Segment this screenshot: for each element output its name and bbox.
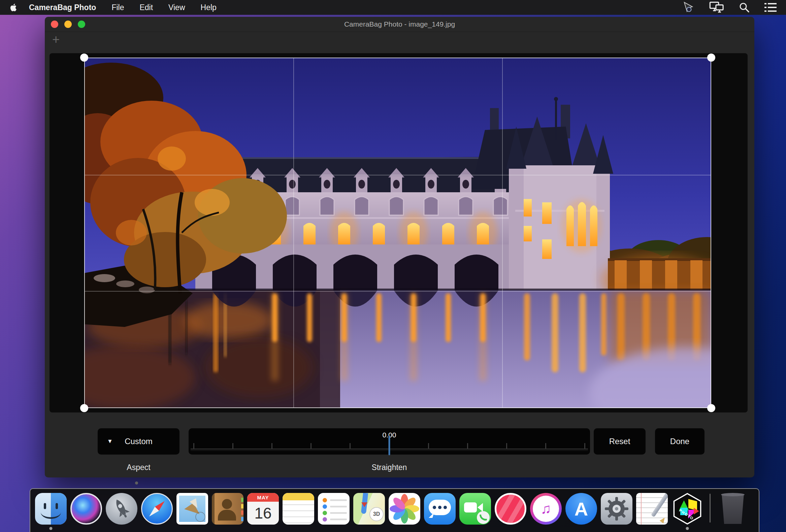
apple-menu-icon[interactable]: [10, 3, 18, 12]
panel-page-indicator-dot: [135, 482, 138, 485]
news-icon: [495, 493, 526, 525]
menu-file[interactable]: File: [112, 3, 124, 12]
chevron-down-icon: ▼: [107, 438, 113, 445]
finder-icon: [35, 493, 67, 525]
done-button[interactable]: Done: [655, 428, 704, 455]
minimize-button[interactable]: [64, 21, 72, 28]
calendar-icon: MAY 16: [247, 493, 279, 525]
app-store-icon: A: [565, 493, 597, 525]
aspect-dropdown-value: Custom: [124, 437, 153, 446]
menu-app-name[interactable]: CameraBag Photo: [29, 3, 96, 12]
dock-icon-notes[interactable]: [282, 493, 314, 525]
dock-icon-app-store[interactable]: A: [565, 493, 597, 525]
calendar-day: 16: [247, 502, 279, 525]
straighten-label: Straighten: [189, 463, 590, 472]
contacts-book-icon: [212, 493, 244, 525]
window-title: CameraBag Photo - image_149.jpg: [344, 20, 455, 28]
spotlight-search-icon[interactable]: [739, 2, 749, 13]
dock-icon-calendar[interactable]: MAY 16: [247, 493, 279, 525]
dock-icon-trash[interactable]: [717, 493, 748, 525]
dock-icon-system-preferences[interactable]: [601, 493, 632, 525]
dock-icon-finder[interactable]: [35, 493, 67, 525]
dock-icon-photos[interactable]: [389, 493, 420, 525]
editor-canvas: [49, 53, 747, 413]
maps-icon: 3D: [353, 493, 385, 525]
running-indicator: [686, 527, 689, 530]
straighten-slider[interactable]: 0.00: [189, 428, 590, 455]
chateau-photo-scene: [84, 57, 711, 408]
dock-icon-maps[interactable]: 3D: [353, 493, 385, 525]
textedit-icon: [636, 493, 668, 525]
menu-edit[interactable]: Edit: [139, 3, 153, 12]
menu-view[interactable]: View: [168, 3, 185, 12]
camerabag-window: CameraBag Photo - image_149.jpg +: [45, 17, 754, 478]
crop-handle-bottom-right[interactable]: [707, 404, 715, 412]
aspect-label: Aspect: [98, 463, 180, 472]
dock-icon-messages[interactable]: [424, 493, 456, 525]
add-tab-button[interactable]: +: [52, 33, 60, 46]
dock-icon-reminders[interactable]: [318, 493, 350, 525]
crop-handle-bottom-left[interactable]: [80, 404, 88, 412]
photos-flower-icon: [389, 493, 420, 525]
dock-icon-safari[interactable]: [141, 493, 173, 525]
gear-icon: [601, 493, 632, 525]
notification-list-icon[interactable]: [764, 3, 777, 12]
facetime-camera-icon: [459, 493, 491, 525]
dock-icon-mail[interactable]: [177, 493, 208, 525]
dock: MAY 16 3D: [30, 488, 759, 532]
photo-viewport[interactable]: [84, 57, 711, 408]
maps-3d-badge: 3D: [369, 507, 384, 521]
trash-bin-icon: [720, 494, 746, 524]
messages-bubble-icon: [424, 493, 456, 525]
reminders-icon: [318, 493, 350, 525]
menu-bar: CameraBag Photo File Edit View Help: [0, 0, 786, 15]
siri-icon: [70, 493, 102, 525]
dock-icon-news[interactable]: [495, 493, 526, 525]
desktop: { "menu_bar": { "app_name": "CameraBag P…: [0, 0, 786, 532]
dock-icon-siri[interactable]: [70, 493, 102, 525]
dock-icon-textedit[interactable]: [636, 493, 668, 525]
reset-button[interactable]: Reset: [594, 428, 646, 455]
display-mirroring-icon[interactable]: [709, 2, 724, 13]
dock-icon-contacts[interactable]: [212, 493, 244, 525]
dock-icon-facetime[interactable]: [459, 493, 491, 525]
dock-icon-camerabag-photo[interactable]: PHOTO: [671, 493, 703, 525]
screen-capture-cursor-icon[interactable]: [682, 1, 694, 14]
launchpad-rocket-icon: [106, 493, 137, 525]
straighten-indicator[interactable]: [389, 436, 390, 455]
title-bar[interactable]: CameraBag Photo - image_149.jpg: [45, 17, 754, 32]
close-button[interactable]: [51, 21, 58, 28]
dock-icon-launchpad[interactable]: [106, 493, 137, 525]
notes-icon: [282, 493, 314, 525]
running-indicator: [49, 527, 52, 530]
crop-handle-top-left[interactable]: [80, 53, 88, 62]
mail-stamp-icon: [177, 493, 208, 525]
calendar-month: MAY: [247, 493, 279, 502]
dock-icon-music[interactable]: ♫: [530, 493, 562, 525]
safari-compass-icon: [141, 493, 173, 525]
menu-status-area: [682, 1, 777, 14]
aspect-dropdown[interactable]: ▼ Custom: [98, 428, 180, 455]
dock-separator: [710, 494, 711, 523]
menu-help[interactable]: Help: [201, 3, 216, 12]
crop-handle-top-right[interactable]: [707, 53, 715, 62]
music-note-icon: ♫: [530, 493, 562, 525]
zoom-button[interactable]: [78, 21, 85, 28]
